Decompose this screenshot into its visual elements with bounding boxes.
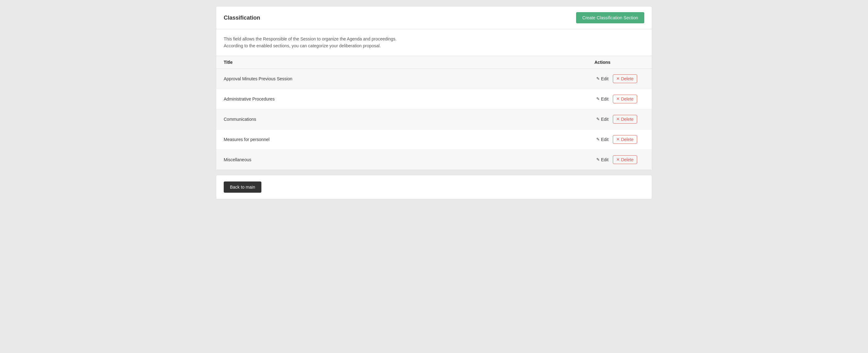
edit-label: Edit: [601, 76, 609, 81]
delete-button-4[interactable]: ✕ Delete: [613, 135, 637, 144]
delete-label: Delete: [621, 117, 633, 122]
delete-x-icon: ✕: [616, 157, 620, 162]
edit-button-1[interactable]: ✎ Edit: [594, 75, 610, 82]
edit-label: Edit: [601, 137, 609, 142]
create-classification-section-button[interactable]: Create Classification Section: [576, 12, 644, 23]
classification-table: Title Actions Approval Minutes Previous …: [216, 56, 652, 170]
delete-button-1[interactable]: ✕ Delete: [613, 74, 637, 83]
row-actions-5: ✎ Edit ✕ Delete: [594, 155, 644, 164]
edit-button-4[interactable]: ✎ Edit: [594, 136, 610, 143]
table-row: Communications ✎ Edit ✕ Delete: [216, 109, 652, 130]
bottom-card: Back to main: [216, 175, 652, 199]
edit-icon: ✎: [596, 157, 600, 162]
edit-icon: ✎: [596, 76, 600, 81]
delete-button-2[interactable]: ✕ Delete: [613, 95, 637, 103]
description-line2: According to the enabled sections, you c…: [224, 42, 644, 49]
delete-x-icon: ✕: [616, 117, 620, 121]
row-title-1: Approval Minutes Previous Session: [224, 76, 594, 81]
row-actions-1: ✎ Edit ✕ Delete: [594, 74, 644, 83]
delete-label: Delete: [621, 76, 633, 81]
edit-icon: ✎: [596, 97, 600, 101]
delete-button-5[interactable]: ✕ Delete: [613, 155, 637, 164]
table-row: Miscellaneous ✎ Edit ✕ Delete: [216, 150, 652, 170]
edit-button-5[interactable]: ✎ Edit: [594, 156, 610, 164]
table-row: Administrative Procedures ✎ Edit ✕ Delet…: [216, 89, 652, 109]
row-actions-3: ✎ Edit ✕ Delete: [594, 115, 644, 123]
delete-x-icon: ✕: [616, 97, 620, 101]
delete-button-3[interactable]: ✕ Delete: [613, 115, 637, 123]
row-actions-2: ✎ Edit ✕ Delete: [594, 95, 644, 103]
row-title-3: Communications: [224, 117, 594, 122]
row-title-4: Measures for personnel: [224, 137, 594, 142]
edit-button-2[interactable]: ✎ Edit: [594, 95, 610, 103]
back-to-main-button[interactable]: Back to main: [224, 181, 261, 193]
card-header: Classification Create Classification Sec…: [216, 6, 652, 29]
classification-card: Classification Create Classification Sec…: [216, 6, 652, 170]
delete-x-icon: ✕: [616, 137, 620, 142]
row-actions-4: ✎ Edit ✕ Delete: [594, 135, 644, 144]
column-title-header: Title: [224, 60, 594, 65]
edit-button-3[interactable]: ✎ Edit: [594, 115, 610, 123]
column-actions-header: Actions: [594, 60, 644, 65]
table-row: Approval Minutes Previous Session ✎ Edit…: [216, 69, 652, 89]
page-title: Classification: [224, 14, 260, 21]
table-row: Measures for personnel ✎ Edit ✕ Delete: [216, 130, 652, 150]
delete-label: Delete: [621, 137, 633, 142]
main-container: Classification Create Classification Sec…: [216, 6, 652, 199]
row-title-5: Miscellaneous: [224, 157, 594, 162]
description-block: This field allows the Responsible of the…: [216, 29, 652, 56]
delete-x-icon: ✕: [616, 76, 620, 81]
edit-icon: ✎: [596, 137, 600, 142]
delete-label: Delete: [621, 157, 633, 162]
table-header-row: Title Actions: [216, 56, 652, 69]
description-line1: This field allows the Responsible of the…: [224, 35, 644, 42]
edit-label: Edit: [601, 117, 609, 122]
row-title-2: Administrative Procedures: [224, 97, 594, 102]
edit-label: Edit: [601, 97, 609, 102]
edit-icon: ✎: [596, 117, 600, 121]
edit-label: Edit: [601, 157, 609, 162]
delete-label: Delete: [621, 97, 633, 102]
table-body: Approval Minutes Previous Session ✎ Edit…: [216, 69, 652, 170]
